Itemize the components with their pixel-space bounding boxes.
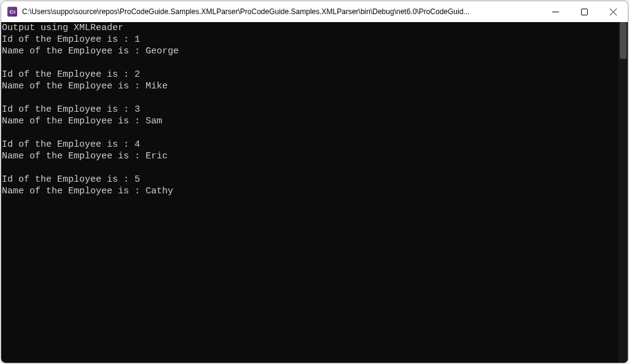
console-window: C:\ C:\Users\suppo\source\repos\ProCodeG… <box>1 1 628 363</box>
console-body: Output using XMLReader Id of the Employe… <box>1 22 628 363</box>
svg-rect-0 <box>582 9 588 15</box>
app-icon: C:\ <box>7 7 17 17</box>
console-output[interactable]: Output using XMLReader Id of the Employe… <box>1 22 619 363</box>
window-controls <box>541 1 628 22</box>
minimize-icon <box>552 9 559 15</box>
scrollbar-track[interactable] <box>619 22 628 363</box>
titlebar[interactable]: C:\ C:\Users\suppo\source\repos\ProCodeG… <box>1 1 628 22</box>
maximize-button[interactable] <box>570 1 599 22</box>
app-icon-text: C:\ <box>9 9 15 15</box>
close-button[interactable] <box>599 1 628 22</box>
minimize-button[interactable] <box>541 1 570 22</box>
window-title: C:\Users\suppo\source\repos\ProCodeGuide… <box>22 7 541 16</box>
scrollbar-thumb[interactable] <box>620 22 627 59</box>
maximize-icon <box>581 9 588 15</box>
close-icon <box>610 9 617 15</box>
